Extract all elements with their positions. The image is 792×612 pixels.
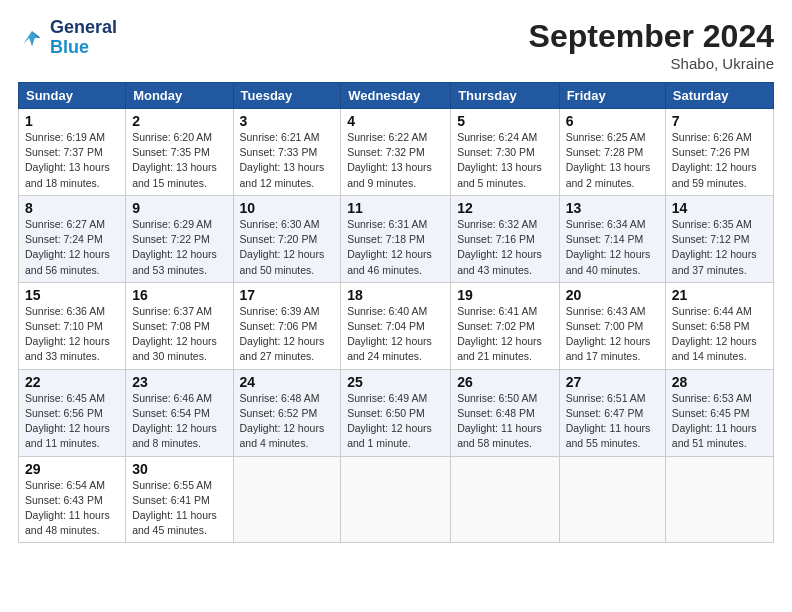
subtitle: Shabo, Ukraine [529,55,774,72]
logo: General Blue [18,18,117,58]
month-title: September 2024 [529,18,774,55]
day-30: 30 Sunrise: 6:55 AMSunset: 6:41 PMDaylig… [126,456,233,543]
logo-icon [18,24,46,52]
th-saturday: Saturday [665,83,773,109]
day-24: 24 Sunrise: 6:48 AMSunset: 6:52 PMDaylig… [233,369,341,456]
logo-line1: General [50,18,117,38]
day-25: 25 Sunrise: 6:49 AMSunset: 6:50 PMDaylig… [341,369,451,456]
day-26: 26 Sunrise: 6:50 AMSunset: 6:48 PMDaylig… [451,369,559,456]
day-3: 3 Sunrise: 6:21 AMSunset: 7:33 PMDayligh… [233,109,341,196]
page: General Blue September 2024 Shabo, Ukrai… [0,0,792,612]
day-21: 21 Sunrise: 6:44 AMSunset: 6:58 PMDaylig… [665,282,773,369]
day-8: 8 Sunrise: 6:27 AMSunset: 7:24 PMDayligh… [19,195,126,282]
day-23: 23 Sunrise: 6:46 AMSunset: 6:54 PMDaylig… [126,369,233,456]
day-15: 15 Sunrise: 6:36 AMSunset: 7:10 PMDaylig… [19,282,126,369]
empty-cell-3 [451,456,559,543]
day-20: 20 Sunrise: 6:43 AMSunset: 7:00 PMDaylig… [559,282,665,369]
th-sunday: Sunday [19,83,126,109]
day-19: 19 Sunrise: 6:41 AMSunset: 7:02 PMDaylig… [451,282,559,369]
week-row-4: 22 Sunrise: 6:45 AMSunset: 6:56 PMDaylig… [19,369,774,456]
th-wednesday: Wednesday [341,83,451,109]
day-18: 18 Sunrise: 6:40 AMSunset: 7:04 PMDaylig… [341,282,451,369]
day-12: 12 Sunrise: 6:32 AMSunset: 7:16 PMDaylig… [451,195,559,282]
day-1: 1 Sunrise: 6:19 AMSunset: 7:37 PMDayligh… [19,109,126,196]
empty-cell-2 [341,456,451,543]
logo-line2: Blue [50,38,117,58]
week-row-3: 15 Sunrise: 6:36 AMSunset: 7:10 PMDaylig… [19,282,774,369]
header-row: Sunday Monday Tuesday Wednesday Thursday… [19,83,774,109]
th-tuesday: Tuesday [233,83,341,109]
th-friday: Friday [559,83,665,109]
day-11: 11 Sunrise: 6:31 AMSunset: 7:18 PMDaylig… [341,195,451,282]
day-29: 29 Sunrise: 6:54 AMSunset: 6:43 PMDaylig… [19,456,126,543]
day-22: 22 Sunrise: 6:45 AMSunset: 6:56 PMDaylig… [19,369,126,456]
day-7: 7 Sunrise: 6:26 AMSunset: 7:26 PMDayligh… [665,109,773,196]
day-5: 5 Sunrise: 6:24 AMSunset: 7:30 PMDayligh… [451,109,559,196]
empty-cell-1 [233,456,341,543]
empty-cell-5 [665,456,773,543]
day-10: 10 Sunrise: 6:30 AMSunset: 7:20 PMDaylig… [233,195,341,282]
day-17: 17 Sunrise: 6:39 AMSunset: 7:06 PMDaylig… [233,282,341,369]
day-28: 28 Sunrise: 6:53 AMSunset: 6:45 PMDaylig… [665,369,773,456]
day-6: 6 Sunrise: 6:25 AMSunset: 7:28 PMDayligh… [559,109,665,196]
day-2: 2 Sunrise: 6:20 AMSunset: 7:35 PMDayligh… [126,109,233,196]
title-block: September 2024 Shabo, Ukraine [529,18,774,72]
logo-text: General Blue [50,18,117,58]
th-monday: Monday [126,83,233,109]
calendar-table: Sunday Monday Tuesday Wednesday Thursday… [18,82,774,543]
th-thursday: Thursday [451,83,559,109]
day-13: 13 Sunrise: 6:34 AMSunset: 7:14 PMDaylig… [559,195,665,282]
day-4: 4 Sunrise: 6:22 AMSunset: 7:32 PMDayligh… [341,109,451,196]
week-row-2: 8 Sunrise: 6:27 AMSunset: 7:24 PMDayligh… [19,195,774,282]
header-row: General Blue September 2024 Shabo, Ukrai… [18,18,774,72]
empty-cell-4 [559,456,665,543]
day-14: 14 Sunrise: 6:35 AMSunset: 7:12 PMDaylig… [665,195,773,282]
day-27: 27 Sunrise: 6:51 AMSunset: 6:47 PMDaylig… [559,369,665,456]
week-row-1: 1 Sunrise: 6:19 AMSunset: 7:37 PMDayligh… [19,109,774,196]
day-9: 9 Sunrise: 6:29 AMSunset: 7:22 PMDayligh… [126,195,233,282]
day-16: 16 Sunrise: 6:37 AMSunset: 7:08 PMDaylig… [126,282,233,369]
week-row-5: 29 Sunrise: 6:54 AMSunset: 6:43 PMDaylig… [19,456,774,543]
